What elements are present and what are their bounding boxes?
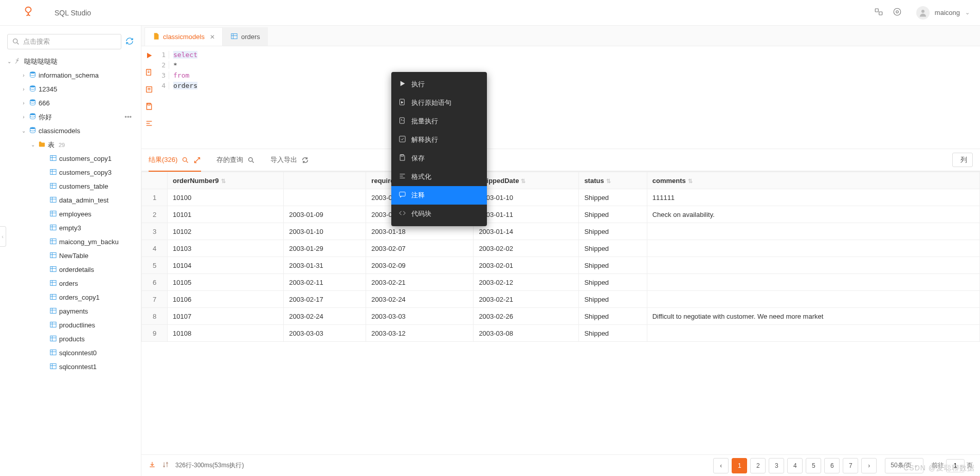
table-row[interactable]: 5101042003-01-312003-02-092003-02-01Ship… bbox=[142, 257, 980, 274]
context-menu-item[interactable]: 注释 bbox=[391, 186, 487, 205]
database-node[interactable]: ⌄classicmodels bbox=[4, 124, 137, 138]
sort-icon[interactable]: ⇅ bbox=[688, 178, 693, 184]
tables-folder[interactable]: ⌄表29 bbox=[4, 138, 137, 152]
download-icon[interactable] bbox=[149, 461, 156, 470]
table-row[interactable]: 6101052003-02-112003-02-212003-02-12Ship… bbox=[142, 274, 980, 291]
page-button[interactable]: 4 bbox=[787, 458, 803, 473]
database-node[interactable]: ›你好••• bbox=[4, 110, 137, 124]
username: maicong bbox=[935, 9, 960, 16]
context-menu-item[interactable]: 格式化 bbox=[391, 168, 487, 186]
refresh-icon bbox=[301, 156, 309, 164]
table-node[interactable]: customers_copy1 bbox=[4, 152, 137, 166]
table-node[interactable]: orders_copy1 bbox=[4, 290, 137, 304]
editor-tab[interactable]: classicmodels✕ bbox=[144, 27, 223, 46]
refresh-button[interactable] bbox=[125, 37, 134, 47]
table-node[interactable]: sqlconntest1 bbox=[4, 360, 137, 374]
settings-icon[interactable] bbox=[893, 7, 902, 18]
search-input[interactable]: 点击搜索 bbox=[7, 34, 121, 49]
page-button[interactable]: 7 bbox=[843, 458, 858, 473]
stats-label: 326行-300ms(53ms执行) bbox=[175, 461, 244, 470]
user-menu[interactable]: maicong ⌄ bbox=[916, 6, 970, 20]
format-button[interactable] bbox=[145, 119, 153, 129]
table-row[interactable]: 1101002003-01-132003-01-10Shipped111111 bbox=[142, 189, 980, 206]
top-bar: SQL Studio maicong ⌄ bbox=[0, 0, 980, 26]
sort-icon[interactable] bbox=[162, 461, 169, 470]
sort-icon[interactable]: ⇅ bbox=[606, 178, 611, 184]
import-export-tab[interactable]: 导入导出 bbox=[270, 149, 309, 171]
run-script-button[interactable] bbox=[145, 68, 153, 78]
context-menu-item[interactable]: 解释执行 bbox=[391, 131, 487, 149]
sort-icon[interactable]: ⇅ bbox=[221, 178, 226, 184]
column-header[interactable] bbox=[284, 172, 366, 189]
database-node[interactable]: ›12345 bbox=[4, 82, 137, 96]
table-row[interactable]: 7101062003-02-172003-02-242003-02-21Ship… bbox=[142, 291, 980, 308]
table-node[interactable]: NewTable bbox=[4, 249, 137, 263]
table-node[interactable]: data_admin_test bbox=[4, 193, 137, 207]
sidebar-collapse-handle[interactable]: ‹ bbox=[0, 226, 6, 247]
table-node[interactable]: customers_table bbox=[4, 179, 137, 193]
page-button[interactable]: 3 bbox=[769, 458, 784, 473]
context-menu-item[interactable]: 执行原始语句 bbox=[391, 94, 487, 112]
prev-page-button[interactable]: ‹ bbox=[713, 458, 729, 473]
saved-queries-tab[interactable]: 存的查询 bbox=[216, 149, 255, 171]
table-icon bbox=[49, 293, 57, 302]
table-node[interactable]: orders bbox=[4, 277, 137, 290]
table-node[interactable]: payments bbox=[4, 304, 137, 318]
svg-rect-65 bbox=[148, 103, 150, 105]
table-node[interactable]: employees bbox=[4, 207, 137, 221]
page-button[interactable]: 6 bbox=[824, 458, 840, 473]
connection-node[interactable]: ⌄ 哒哒哒哒哒 bbox=[4, 54, 137, 68]
result-tabs: 结果(326) 存的查询 导入导出 列 bbox=[141, 149, 980, 172]
sort-icon[interactable]: ⇅ bbox=[521, 178, 525, 184]
database-icon bbox=[29, 85, 37, 94]
svg-rect-39 bbox=[50, 280, 56, 285]
table-node[interactable]: productlines bbox=[4, 318, 137, 332]
page-button[interactable]: 2 bbox=[750, 458, 766, 473]
run-button[interactable] bbox=[145, 51, 153, 61]
table-node[interactable]: orderdetails bbox=[4, 263, 137, 277]
svg-rect-36 bbox=[50, 266, 56, 271]
history-button[interactable] bbox=[145, 85, 153, 95]
next-page-button[interactable]: › bbox=[861, 458, 877, 473]
table-icon bbox=[49, 321, 57, 330]
table-node[interactable]: sqlconntest0 bbox=[4, 346, 137, 360]
column-header[interactable]: status⇅ bbox=[579, 172, 647, 189]
more-icon[interactable]: ••• bbox=[124, 113, 137, 121]
results-tab[interactable]: 结果(326) bbox=[149, 149, 201, 172]
context-menu-item[interactable]: 批量执行 bbox=[391, 112, 487, 131]
columns-button[interactable]: 列 bbox=[952, 153, 973, 167]
table-row[interactable]: 4101032003-01-292003-02-072003-02-02Ship… bbox=[142, 240, 980, 257]
table-node[interactable]: products bbox=[4, 332, 137, 346]
play-doc-icon bbox=[398, 98, 406, 107]
play-icon bbox=[398, 80, 406, 89]
editor-tab[interactable]: orders bbox=[223, 27, 268, 46]
context-menu-item[interactable]: 执行 bbox=[391, 75, 487, 94]
table-row[interactable]: 2101012003-01-092003-01-182003-01-11Ship… bbox=[142, 206, 980, 223]
check-icon bbox=[398, 135, 406, 144]
table-row[interactable]: 8101072003-02-242003-03-032003-02-26Ship… bbox=[142, 308, 980, 325]
table-node[interactable]: customers_copy3 bbox=[4, 166, 137, 179]
context-menu-item[interactable]: 代码块 bbox=[391, 205, 487, 223]
column-header[interactable]: orderNumber9⇅ bbox=[168, 172, 284, 189]
search-icon[interactable] bbox=[182, 156, 189, 164]
database-node[interactable]: ›666 bbox=[4, 96, 137, 110]
translate-icon[interactable] bbox=[874, 7, 883, 18]
column-header[interactable]: comments⇅ bbox=[647, 172, 979, 189]
database-node[interactable]: ›information_schema bbox=[4, 68, 137, 82]
table-icon bbox=[49, 168, 57, 177]
sql-editor[interactable]: 1select2 *3from4 orders bbox=[157, 46, 980, 149]
column-header[interactable]: shippedDate⇅ bbox=[474, 172, 579, 189]
svg-rect-12 bbox=[50, 155, 56, 160]
table-row[interactable]: 9101082003-03-032003-03-122003-03-08Ship… bbox=[142, 325, 980, 342]
page-button[interactable]: 1 bbox=[732, 458, 747, 473]
table-row[interactable]: 3101022003-01-102003-01-182003-01-14Ship… bbox=[142, 223, 980, 240]
page-button[interactable]: 5 bbox=[806, 458, 821, 473]
table-node[interactable]: maicong_ym_backu bbox=[4, 235, 137, 249]
results-table[interactable]: orderNumber9⇅requiredDate⇅shippedDate⇅st… bbox=[141, 172, 980, 454]
close-icon[interactable]: ✕ bbox=[210, 33, 215, 41]
expand-icon[interactable] bbox=[193, 156, 201, 164]
svg-point-69 bbox=[183, 157, 187, 161]
table-node[interactable]: empty3 bbox=[4, 221, 137, 235]
context-menu-item[interactable]: 保存 bbox=[391, 149, 487, 168]
save-button[interactable] bbox=[145, 102, 153, 112]
